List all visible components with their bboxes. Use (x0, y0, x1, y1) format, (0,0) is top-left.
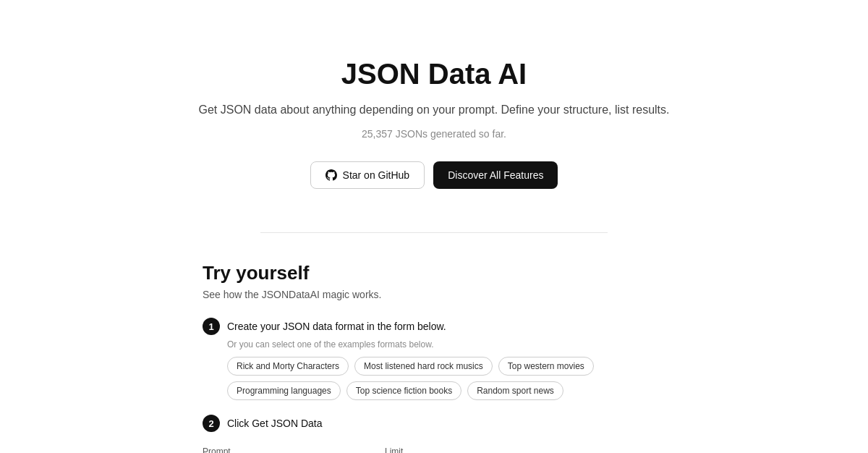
prompt-group: Prompt (203, 446, 376, 453)
step-1-hint: Or you can select one of the examples fo… (227, 339, 665, 350)
hero-buttons: Star on GitHub Discover All Features (14, 161, 854, 189)
page-title: JSON Data AI (14, 58, 854, 90)
discover-button[interactable]: Discover All Features (433, 161, 558, 189)
tag-scifi-books[interactable]: Top science fiction books (346, 381, 461, 400)
tag-hard-rock[interactable]: Most listened hard rock musics (354, 357, 493, 376)
hero-subtitle: Get JSON data about anything depending o… (14, 103, 854, 117)
step-1: 1 Create your JSON data format in the fo… (203, 318, 665, 400)
step-1-number: 1 (203, 318, 220, 335)
step-2: 2 Click Get JSON Data (203, 415, 665, 432)
step-2-header: 2 Click Get JSON Data (203, 415, 665, 432)
output-label (466, 446, 596, 453)
step-2-label: Click Get JSON Data (227, 418, 322, 429)
limit-group: Limit (385, 446, 457, 453)
discover-button-label: Discover All Features (448, 169, 543, 181)
tag-sport-news[interactable]: Random sport news (467, 381, 563, 400)
prompt-label: Prompt (203, 446, 376, 453)
tag-western-movies[interactable]: Top western movies (498, 357, 594, 376)
try-section: Try yourself See how the JSONDataAI magi… (0, 247, 868, 453)
tag-rick-morty[interactable]: Rick and Morty Characters (227, 357, 349, 376)
section-divider (260, 232, 608, 233)
json-counter: 25,357 JSONs generated so far. (14, 128, 854, 140)
example-tags: Rick and Morty Characters Most listened … (227, 357, 665, 400)
step-2-number: 2 (203, 415, 220, 432)
step-1-label: Create your JSON data format in the form… (227, 321, 446, 332)
hero-section: JSON Data AI Get JSON data about anythin… (0, 0, 868, 218)
try-title: Try yourself (203, 262, 665, 284)
step-1-header: 1 Create your JSON data format in the fo… (203, 318, 665, 335)
github-icon (326, 169, 337, 181)
limit-label: Limit (385, 446, 457, 453)
github-button[interactable]: Star on GitHub (310, 161, 425, 189)
github-button-label: Star on GitHub (343, 169, 410, 181)
output-group: [] 0 items ⧉ (466, 446, 596, 453)
try-subtitle: See how the JSONDataAI magic works. (203, 289, 665, 300)
tag-programming[interactable]: Programming languages (227, 381, 341, 400)
form-row: Prompt Limit [] 0 items ⧉ (203, 446, 665, 453)
